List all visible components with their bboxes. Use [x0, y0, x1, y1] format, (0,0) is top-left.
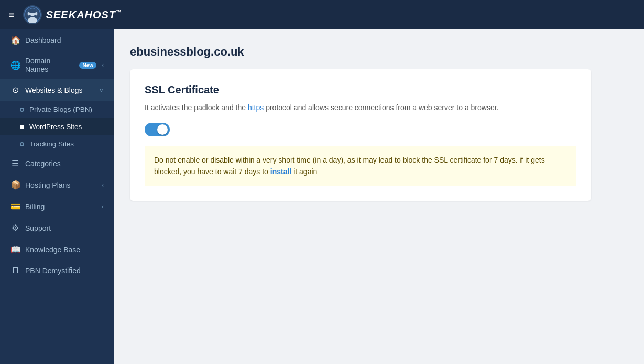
sidebar-item-billing[interactable]: 💳 Billing ‹ — [0, 196, 114, 217]
sidebar-item-pbn-demystified[interactable]: 🖥 PBN Demystified — [0, 260, 114, 281]
tracking-sites-dot — [20, 142, 24, 146]
sidebar-label-pbn-demystified: PBN Demystified — [25, 266, 104, 275]
sidebar-label-dashboard: Dashboard — [25, 36, 104, 45]
sidebar-label-tracking-sites: Tracking Sites — [29, 140, 74, 148]
svg-point-6 — [35, 12, 37, 15]
description-https: https — [248, 103, 264, 112]
sidebar-label-categories: Categories — [25, 159, 104, 168]
ssl-toggle[interactable] — [145, 123, 170, 136]
logo-icon — [24, 6, 41, 23]
domain-names-badge: New — [79, 62, 96, 69]
sidebar-label-billing: Billing — [25, 202, 96, 211]
websites-icon: ⊙ — [10, 85, 20, 95]
sidebar-item-wordpress-sites[interactable]: WordPress Sites — [0, 118, 114, 135]
svg-point-5 — [27, 12, 29, 15]
header: ≡ SEEKAHOST™ — [0, 0, 644, 29]
billing-icon: 💳 — [10, 201, 20, 211]
page-title: ebusinessblog.co.uk — [130, 45, 628, 59]
logo-text: SEEKAHOST™ — [46, 9, 122, 21]
sidebar-item-private-blogs[interactable]: Private Blogs (PBN) — [0, 101, 114, 118]
sidebar-item-categories[interactable]: ☰ Categories — [0, 153, 114, 174]
sidebar-item-knowledge-base[interactable]: 📖 Knowledge Base — [0, 239, 114, 260]
sidebar-label-domain-names: Domain Names — [25, 57, 74, 73]
home-icon: 🏠 — [10, 35, 20, 45]
ssl-toggle-container — [145, 123, 576, 136]
sidebar-item-dashboard[interactable]: 🏠 Dashboard — [0, 29, 114, 51]
sidebar-label-wordpress-sites: WordPress Sites — [29, 123, 82, 131]
warning-text-part2: it again — [291, 167, 317, 176]
wordpress-sites-dot — [20, 125, 24, 129]
hosting-arrow: ‹ — [102, 181, 104, 189]
sidebar-label-hosting-plans: Hosting Plans — [25, 181, 96, 189]
hosting-icon: 📦 — [10, 180, 20, 190]
sidebar-item-domain-names[interactable]: 🌐 Domain Names New ‹ — [0, 51, 114, 79]
layout: 🏠 Dashboard 🌐 Domain Names New ‹ ⊙ Websi… — [0, 29, 644, 364]
main-content: ebusinessblog.co.uk SSL Certificate It a… — [114, 29, 644, 364]
sidebar-label-websites-blogs: Websites & Blogs — [25, 86, 94, 94]
sidebar-item-support[interactable]: ⚙ Support — [0, 217, 114, 239]
billing-arrow: ‹ — [102, 203, 104, 210]
sidebar-label-support: Support — [25, 224, 104, 232]
warning-text-part1: Do not enable or disable within a very s… — [154, 156, 545, 176]
toggle-thumb — [157, 124, 168, 135]
websites-arrow: ∨ — [99, 87, 104, 94]
sidebar-item-tracking-sites[interactable]: Tracking Sites — [0, 135, 114, 153]
ssl-warning-box: Do not enable or disable within a very s… — [145, 146, 576, 186]
logo-avatar — [23, 5, 42, 24]
private-blogs-dot — [20, 108, 24, 112]
support-icon: ⚙ — [10, 223, 20, 233]
hamburger-menu[interactable]: ≡ — [8, 9, 15, 21]
categories-icon: ☰ — [10, 158, 20, 168]
sidebar-label-private-blogs: Private Blogs (PBN) — [29, 105, 92, 113]
sidebar: 🏠 Dashboard 🌐 Domain Names New ‹ ⊙ Websi… — [0, 29, 114, 364]
logo-area: SEEKAHOST™ — [23, 5, 122, 24]
domain-names-arrow: ‹ — [102, 61, 104, 69]
description-part1: It activates the padlock and the — [145, 103, 248, 112]
ssl-card: SSL Certificate It activates the padlock… — [130, 69, 591, 201]
ssl-card-description: It activates the padlock and the https p… — [145, 102, 576, 113]
sidebar-label-knowledge-base: Knowledge Base — [25, 245, 104, 254]
sidebar-item-hosting-plans[interactable]: 📦 Hosting Plans ‹ — [0, 174, 114, 196]
warning-install: install — [270, 167, 291, 176]
description-part2: protocol and allows secure connections f… — [264, 103, 498, 112]
sidebar-item-websites-blogs[interactable]: ⊙ Websites & Blogs ∨ — [0, 79, 114, 101]
ssl-card-title: SSL Certificate — [145, 84, 576, 96]
globe-icon: 🌐 — [10, 60, 20, 70]
pbn-icon: 🖥 — [10, 266, 20, 275]
knowledge-icon: 📖 — [10, 244, 20, 254]
